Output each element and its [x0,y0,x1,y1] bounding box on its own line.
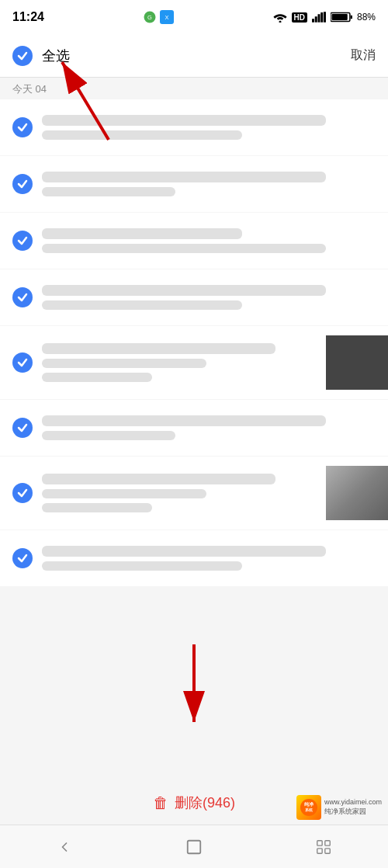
list-item[interactable] [0,99,388,155]
item-checkbox-1[interactable] [12,117,33,137]
svg-rect-22 [324,840,329,845]
check-icon [17,553,28,564]
check-icon [17,179,28,189]
list-container [0,99,388,587]
item-thumbnail-7 [326,466,388,520]
select-all-checkbox[interactable] [12,46,33,66]
status-time: 11:24 [12,10,44,24]
status-bar: 11:24 G X HD [0,0,388,34]
item-title-line [42,172,326,182]
item-content-6 [42,415,376,440]
item-title-line [42,415,326,426]
svg-rect-24 [324,848,329,852]
app-icon-2: X [160,10,174,24]
svg-rect-21 [317,840,321,845]
check-icon [17,488,28,498]
hd-badge: HD [292,12,307,23]
svg-rect-20 [188,840,201,853]
item-content-7 [42,474,317,512]
list-item[interactable] [0,400,388,456]
list-item[interactable] [0,530,388,586]
svg-rect-23 [317,848,321,852]
delete-label: 删除(946) [175,793,235,812]
check-icon [17,50,28,61]
check-icon [17,235,28,246]
svg-text:G: G [147,14,152,21]
thumbnail-image-dark [326,335,388,390]
item-checkbox-2[interactable] [12,174,33,194]
check-icon [17,292,28,303]
item-title-line [42,228,242,239]
item-content-5 [42,343,317,382]
svg-text:纯净: 纯净 [303,801,314,807]
thumbnail-image-person [326,466,388,520]
select-all-container[interactable]: 全选 [12,46,70,66]
item-title-line [42,546,326,557]
item-subtitle-line [42,431,175,440]
list-item[interactable] [0,326,388,399]
item-thumbnail-5 [326,335,388,390]
app-icon-1: G [143,10,157,24]
item-extra-line [42,503,152,512]
item-checkbox-8[interactable] [12,548,33,568]
item-checkbox-5[interactable] [12,352,33,373]
bottom-navigation [0,825,388,868]
item-extra-line [42,373,152,382]
back-icon [57,839,72,855]
item-subtitle-line [42,561,242,571]
svg-rect-11 [351,16,352,19]
item-checkbox-3[interactable] [12,231,33,251]
item-subtitle-line [42,187,175,196]
svg-rect-9 [324,12,326,23]
home-icon [185,838,203,856]
trash-icon: 🗑 [153,794,168,812]
battery-icon [331,12,352,23]
item-checkbox-7[interactable] [12,483,33,503]
svg-text:系统: 系统 [305,807,314,812]
item-subtitle-line [42,244,326,253]
item-content-8 [42,546,376,571]
item-subtitle-line [42,489,206,498]
battery-percent: 88% [357,12,376,23]
item-title-line [42,285,326,296]
item-subtitle-line [42,130,242,140]
date-label: 今天 04 [0,78,388,99]
top-action-bar: 全选 取消 [0,34,388,78]
svg-rect-5 [312,19,314,23]
svg-rect-8 [320,12,323,23]
svg-rect-7 [317,14,320,23]
item-content-2 [42,172,376,196]
back-button[interactable] [49,832,80,863]
list-item[interactable] [0,156,388,212]
item-subtitle-line [42,300,242,310]
item-subtitle-line [42,359,206,368]
watermark-name: 纯净系统家园 [324,807,382,817]
item-content-4 [42,285,376,310]
recents-button[interactable] [308,832,339,863]
delete-button[interactable]: 🗑 删除(946) [153,793,235,812]
arrow-down-annotation [140,637,248,738]
cancel-button[interactable]: 取消 [351,47,376,64]
list-item[interactable] [0,213,388,269]
item-title-line [42,115,326,126]
svg-rect-12 [332,14,348,20]
app-status-icons: G X [143,10,174,24]
status-icons-right: HD 88% [273,12,376,23]
svg-point-4 [279,21,281,23]
home-button[interactable] [178,832,210,863]
item-content-3 [42,228,376,253]
select-all-label: 全选 [42,47,70,65]
recents-icon [315,838,332,856]
item-content-1 [42,115,376,140]
watermark-site: www.yidaimei.com [324,798,382,807]
item-checkbox-6[interactable] [12,418,33,438]
list-item[interactable] [0,269,388,325]
list-item[interactable] [0,457,388,529]
watermark: 纯净 系统 www.yidaimei.com 纯净系统家园 [290,792,388,823]
item-checkbox-4[interactable] [12,287,33,307]
svg-rect-6 [315,16,317,23]
svg-text:X: X [165,14,169,21]
wifi-icon [273,12,287,23]
check-icon [17,357,28,368]
item-title-line [42,343,275,354]
